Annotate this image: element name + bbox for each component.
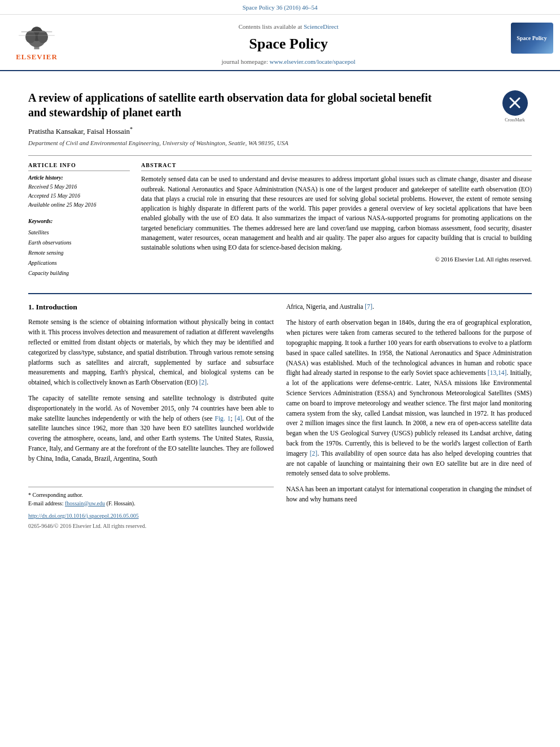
- abstract-text: Remotely sensed data can be used to unde…: [141, 174, 532, 252]
- citation-2b[interactable]: [2]: [310, 450, 317, 457]
- keywords-list: Satellites Earth observations Remote sen…: [28, 228, 130, 278]
- keyword-satellites: Satellites: [28, 228, 130, 238]
- section1-title: 1. Introduction: [28, 302, 274, 313]
- elsevier-tree-icon: [14, 23, 59, 51]
- contents-available-line: Contents lists available at ScienceDirec…: [238, 23, 338, 31]
- history-header-label: Article history:: [28, 173, 130, 182]
- abstract-panel: ABSTRACT Remotely sensed data can be use…: [141, 161, 532, 285]
- elsevier-wordmark: ELSEVIER: [16, 52, 58, 62]
- footnote-section: * Corresponding author. E-mail address: …: [28, 487, 274, 530]
- crossmark-icon: [507, 95, 523, 111]
- doi-link[interactable]: http://dx.doi.org/10.1016/j.spacepol.201…: [28, 513, 139, 519]
- article-info-panel: ARTICLE INFO Article history: Received 5…: [28, 161, 130, 285]
- article-title: A review of applications of satellite ea…: [28, 90, 492, 120]
- author-email-link[interactable]: fhossain@uw.edu: [65, 500, 105, 506]
- accepted-date: Accepted 15 May 2016: [28, 191, 130, 200]
- journal-reference-text: Space Policy 36 (2016) 46–54: [242, 4, 317, 11]
- keywords-label: Keywords:: [28, 217, 130, 225]
- copyright-line: © 2016 Elsevier Ltd. All rights reserved…: [141, 256, 532, 264]
- citation-fig1[interactable]: Fig. 1: [215, 415, 230, 422]
- authors-line: Pratistha Kansakar, Faisal Hossain*: [28, 125, 532, 137]
- homepage-line: journal homepage: www.elsevier.com/locat…: [222, 58, 356, 66]
- keyword-earth-obs: Earth observations: [28, 238, 130, 248]
- journal-header: ELSEVIER Contents lists available at Sci…: [0, 15, 560, 71]
- section1-right-para2: The history of earth observation began i…: [286, 318, 532, 479]
- corresponding-author-note: * Corresponding author.: [28, 491, 274, 499]
- journal-header-center: Contents lists available at ScienceDirec…: [73, 19, 504, 69]
- divider-1: [28, 155, 532, 156]
- affiliation-line: Department of Civil and Environmental En…: [28, 139, 532, 147]
- article-history: Article history: Received 5 May 2016 Acc…: [28, 173, 130, 209]
- sciencedirect-link[interactable]: ScienceDirect: [304, 23, 339, 30]
- space-policy-badge-container: Space Policy: [504, 19, 560, 69]
- article-info-header: ARTICLE INFO: [28, 161, 130, 171]
- citation-1314[interactable]: [13,14]: [488, 369, 507, 376]
- elsevier-logo-container: ELSEVIER: [0, 19, 73, 69]
- available-date: Available online 25 May 2016: [28, 200, 130, 209]
- body-left-col: 1. Introduction Remote sensing is the sc…: [28, 302, 274, 530]
- svg-point-4: [38, 31, 48, 43]
- section1-para1: Remote sensing is the science of obtaini…: [28, 317, 274, 388]
- abstract-header: ABSTRACT: [141, 161, 532, 171]
- keyword-remote-sensing: Remote sensing: [28, 248, 130, 258]
- journal-reference-bar: Space Policy 36 (2016) 46–54: [0, 0, 560, 15]
- svg-point-3: [25, 31, 36, 43]
- citation-7[interactable]: [7]: [365, 303, 372, 310]
- journal-homepage-link[interactable]: www.elsevier.com/locate/spacepol: [269, 58, 355, 65]
- citation-4[interactable]: [4]: [235, 415, 242, 422]
- section1-right-para3: NASA has been an important catalyst for …: [286, 484, 532, 505]
- received-date: Received 5 May 2016: [28, 182, 130, 191]
- issn-line: 0265-9646/© 2016 Elsevier Ltd. All right…: [28, 522, 274, 530]
- space-policy-badge: Space Policy: [511, 23, 553, 54]
- keyword-capacity: Capacity building: [28, 268, 130, 278]
- divider-thick: [28, 293, 532, 294]
- crossmark-badge[interactable]: CrossMark: [498, 90, 532, 123]
- email-note: E-mail address: fhossain@uw.edu (F. Hoss…: [28, 499, 274, 508]
- crossmark-label: CrossMark: [498, 117, 532, 123]
- body-right-col: Africa, Nigeria, and Australia [7]. The …: [286, 302, 532, 530]
- section1-para2: The capacity of satellite remote sensing…: [28, 394, 274, 464]
- citation-2[interactable]: [2]: [199, 379, 207, 386]
- journal-title-header: Space Policy: [249, 34, 327, 54]
- keyword-applications: Applications: [28, 258, 130, 268]
- section1-right-para1: Africa, Nigeria, and Australia [7].: [286, 302, 532, 312]
